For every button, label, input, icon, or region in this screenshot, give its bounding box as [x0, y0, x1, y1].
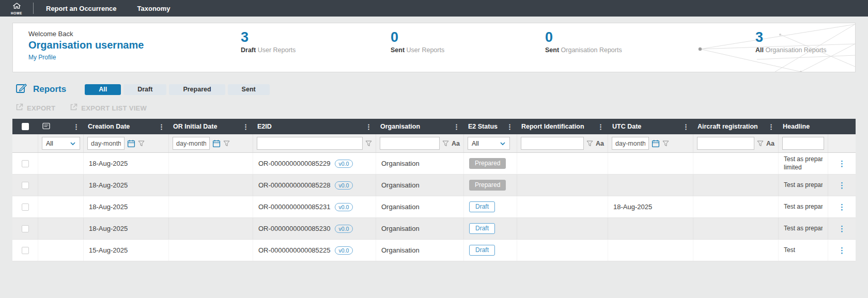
tab-all[interactable]: All	[85, 84, 121, 95]
report-identification-cell	[517, 218, 608, 239]
version-badge[interactable]: v0.0	[335, 160, 353, 168]
utc-date-cell	[608, 240, 693, 261]
export-icon	[16, 103, 23, 113]
row-menu-icon[interactable]: ⋮	[838, 202, 846, 212]
headline-cell: Test as prepara limited	[779, 153, 828, 174]
report-identification-filter-input[interactable]	[521, 137, 584, 150]
type-filter-value: All	[46, 140, 53, 147]
filter-funnel-icon[interactable]	[442, 140, 449, 147]
row-checkbox[interactable]	[22, 182, 29, 189]
stat-label-rest: User Reports	[407, 46, 445, 54]
table-row: 18-Aug-2025 OR-0000000000085228 v0.0 Org…	[12, 175, 856, 196]
e2-status-filter-select[interactable]: All	[468, 137, 510, 150]
headline-cell: Test as prepara	[779, 218, 828, 239]
e2id-value: OR-0000000000085229	[258, 160, 331, 167]
column-menu-icon[interactable]: ⋮	[73, 123, 80, 131]
stat-value: 3	[241, 29, 296, 45]
row-checkbox[interactable]	[22, 160, 29, 167]
version-badge[interactable]: v0.0	[335, 203, 353, 211]
nav-divider	[33, 3, 34, 14]
organisation-cell: Organisation	[376, 175, 464, 196]
column-menu-icon[interactable]: ⋮	[242, 123, 249, 131]
creation-date-filter-input[interactable]	[87, 137, 125, 150]
or-initial-date-cell	[169, 240, 253, 261]
reports-title: Reports	[33, 84, 66, 95]
column-menu-icon[interactable]: ⋮	[506, 123, 513, 131]
aircraft-registration-filter-input[interactable]	[697, 137, 754, 150]
my-profile-link[interactable]: My Profile	[28, 54, 56, 61]
column-menu-icon[interactable]: ⋮	[683, 123, 689, 131]
welcome-greeting: Welcome Back	[28, 30, 144, 38]
headline-text: Test as prepara	[784, 181, 823, 190]
row-checkbox[interactable]	[22, 203, 29, 211]
stat-draft-user-reports: 3 Draft User Reports	[241, 29, 296, 54]
organisation-filter-input[interactable]	[380, 137, 440, 150]
utc-date-cell	[608, 175, 693, 196]
row-checkbox[interactable]	[22, 225, 29, 232]
headline-text: Test as prepara	[784, 155, 823, 164]
column-menu-icon[interactable]: ⋮	[453, 123, 460, 131]
report-identification-cell	[517, 153, 608, 174]
status-badge: Prepared	[469, 180, 506, 190]
e2id-cell: OR-0000000000085229 v0.0	[253, 153, 376, 174]
e2id-value: OR-0000000000085228	[258, 181, 331, 189]
utc-date-cell: 18-Aug-2025	[608, 196, 693, 217]
creation-date-cell: 18-Aug-2025	[84, 175, 169, 196]
or-initial-date-filter-input[interactable]	[173, 137, 210, 150]
export-list-view-button[interactable]: EXPORT LIST VIEW	[70, 103, 147, 113]
filter-funnel-icon[interactable]	[138, 140, 145, 147]
filter-funnel-icon[interactable]	[223, 140, 230, 147]
column-menu-icon[interactable]: ⋮	[158, 123, 165, 131]
filter-funnel-icon[interactable]	[586, 140, 593, 147]
utc-date-filter-input[interactable]	[612, 137, 649, 150]
version-badge[interactable]: v0.0	[335, 246, 353, 255]
select-all-checkbox[interactable]	[22, 123, 29, 130]
report-filter-tabs: All Draft Prepared Sent	[85, 84, 269, 95]
report-identification-cell	[517, 175, 608, 196]
table-row: 15-Aug-2025 OR-0000000000085225 v0.0 Org…	[12, 240, 856, 261]
nav-taxonomy[interactable]: Taxonomy	[137, 5, 171, 12]
status-filter-value: All	[472, 140, 479, 147]
column-header-label: Report Identification	[521, 123, 584, 130]
column-menu-icon[interactable]: ⋮	[597, 123, 604, 131]
organisation-cell: Organisation	[376, 240, 464, 261]
row-checkbox[interactable]	[22, 247, 29, 254]
filter-funnel-icon[interactable]	[757, 140, 764, 147]
case-sensitivity-toggle[interactable]: Aa	[766, 140, 774, 147]
headline-filter-input[interactable]	[782, 137, 824, 150]
row-menu-icon[interactable]: ⋮	[838, 159, 846, 168]
welcome-card: Welcome Back Organisation username My Pr…	[12, 23, 856, 72]
stat-label-bold: Sent	[545, 46, 559, 54]
export-list-icon	[70, 103, 78, 113]
version-badge[interactable]: v0.0	[335, 181, 353, 190]
column-menu-icon[interactable]: ⋮	[768, 123, 774, 131]
headline-text: Test as prepara	[784, 203, 823, 211]
username: Organisation username	[28, 39, 144, 51]
nav-report-an-occurrence[interactable]: Report an Occurrence	[46, 5, 117, 12]
filter-funnel-icon[interactable]	[662, 140, 669, 147]
tab-sent[interactable]: Sent	[228, 84, 270, 95]
calendar-icon[interactable]	[652, 139, 660, 148]
e2id-cell: OR-0000000000085225 v0.0	[253, 240, 376, 261]
calendar-icon[interactable]	[212, 139, 221, 148]
tab-prepared[interactable]: Prepared	[169, 84, 225, 95]
case-sensitivity-toggle[interactable]: Aa	[596, 140, 604, 147]
version-badge[interactable]: v0.0	[335, 225, 353, 233]
tab-draft[interactable]: Draft	[123, 84, 166, 95]
e2id-filter-input[interactable]	[257, 137, 363, 150]
type-filter-select[interactable]: All	[42, 137, 80, 150]
row-menu-icon[interactable]: ⋮	[838, 224, 846, 233]
home-icon	[12, 2, 21, 11]
filter-funnel-icon[interactable]	[365, 140, 372, 147]
calendar-icon[interactable]	[127, 139, 135, 148]
stat-label-bold: Sent	[391, 46, 405, 54]
column-header-label: E2ID	[257, 123, 272, 130]
reports-header: Reports All Draft Prepared Sent	[16, 84, 868, 95]
case-sensitivity-toggle[interactable]: Aa	[452, 140, 460, 147]
row-menu-icon[interactable]: ⋮	[838, 246, 846, 255]
nav-home-button[interactable]: HOME	[0, 0, 33, 17]
export-button[interactable]: EXPORT	[16, 103, 55, 113]
row-menu-icon[interactable]: ⋮	[838, 181, 846, 190]
organisation-cell: Organisation	[376, 218, 464, 239]
column-menu-icon[interactable]: ⋮	[365, 123, 372, 131]
